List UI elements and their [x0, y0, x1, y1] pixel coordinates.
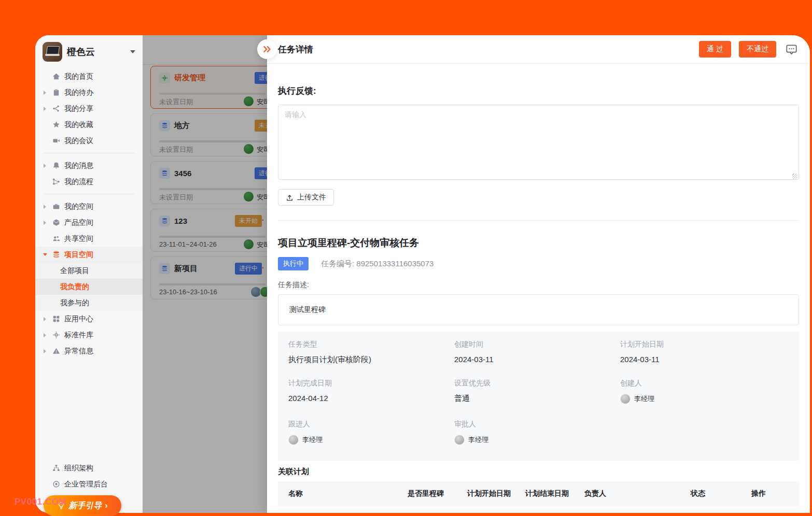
upload-file-button[interactable]: 上传文件 [278, 189, 334, 206]
flow-icon [52, 178, 60, 186]
sidebar-item-favorites[interactable]: 我的收藏 [35, 117, 143, 133]
sidebar-item-meetings[interactable]: 我的会议 [35, 133, 143, 149]
field-created-time: 创建时间2024-03-11 [454, 340, 620, 365]
meeting-icon [52, 137, 60, 145]
field-follower: 跟进人 李经理 [288, 420, 454, 447]
chevron-down-icon [43, 253, 47, 256]
parts-icon [52, 331, 60, 339]
field-task-type: 任务类型执行项目计划(审核阶段) [288, 340, 454, 365]
related-plans-title: 关联计划 [278, 467, 799, 477]
chevron-right-icon [44, 221, 46, 225]
workspace-switcher[interactable]: 橙色云 [35, 35, 143, 68]
sidebar-item-my-space[interactable]: 我的空间 [35, 198, 143, 214]
lightbulb-icon [57, 501, 65, 510]
sidebar-item-my-participated[interactable]: 我参与的 [35, 295, 143, 311]
task-description-value: 测试里程碑 [278, 294, 799, 325]
chevron-down-icon [130, 50, 135, 53]
avatar [454, 435, 465, 445]
todo-icon [52, 89, 60, 97]
table-row: 测试里程碑 是 2024-03-11 2024-04-12 HFD 曹 执行中 … [278, 506, 799, 513]
sidebar-item-share[interactable]: 我的分享 [35, 101, 143, 117]
upload-icon [286, 194, 293, 202]
chevron-right-icon [44, 205, 46, 209]
product-icon [52, 219, 60, 227]
project-icon [52, 251, 60, 259]
divider [278, 220, 799, 221]
sidebar: 橙色云 我的首页 我的待办 我的分享 我的收藏 我的会议 [35, 35, 143, 513]
field-approver: 审批人 李经理 [454, 420, 620, 447]
org-icon [52, 464, 60, 472]
admin-icon [52, 480, 60, 489]
resize-handle[interactable] [792, 174, 797, 179]
divider [43, 194, 135, 194]
sidebar-item-all-projects[interactable]: 全部项目 [35, 263, 143, 279]
sidebar-item-messages[interactable]: 我的消息 [35, 157, 143, 174]
workspace-logo [43, 42, 62, 62]
sidebar-item-app-center[interactable]: 应用中心 [35, 311, 143, 327]
apps-icon [52, 315, 60, 323]
sidebar-item-workflows[interactable]: 我的流程 [35, 174, 143, 190]
sidebar-item-exception-info[interactable]: 异常信息 [35, 343, 143, 359]
field-priority: 设置优先级普通 [454, 379, 620, 406]
chevron-right-icon [44, 91, 46, 95]
task-status-badge: 执行中 [278, 257, 309, 270]
home-icon [52, 73, 60, 81]
sidebar-item-enterprise-admin[interactable]: 企业管理后台 [35, 476, 143, 492]
table-header-row: 名称 是否里程碑 计划开始日期 计划结束日期 负责人 状态 操作 [278, 481, 799, 506]
sidebar-item-my-responsible[interactable]: 我负责的 [35, 279, 143, 295]
feedback-textarea[interactable] [278, 105, 799, 180]
sidebar-item-product-space[interactable]: 产品空间 [35, 214, 143, 231]
drawer-title: 任务详情 [278, 44, 691, 55]
avatar [620, 394, 631, 404]
reject-button[interactable]: 不通过 [739, 41, 776, 58]
approve-button[interactable]: 通 过 [699, 41, 731, 58]
avatar [288, 435, 299, 445]
chat-icon [786, 44, 797, 55]
sidebar-item-org-structure[interactable]: 组织架构 [35, 460, 143, 476]
task-title: 项目立项里程碑-交付物审核任务 [278, 236, 799, 250]
chevron-right-icon [44, 349, 46, 353]
workspace-title: 橙色云 [67, 46, 125, 58]
field-plan-finish: 计划完成日期2024-04-12 [288, 379, 454, 406]
sidebar-footer: 组织架构 企业管理后台 [35, 460, 143, 492]
drawer-content: 执行反馈: 上传文件 项目立项里程碑-交付物审核任务 执行中 任务编号: 892… [267, 64, 810, 513]
collapse-drawer-button[interactable] [257, 39, 277, 59]
related-plans-table: 名称 是否里程碑 计划开始日期 计划结束日期 负责人 状态 操作 测试里程碑 是… [278, 481, 799, 513]
chevron-right-icon [44, 107, 46, 111]
field-plan-start: 计划开始日期2024-03-11 [620, 340, 789, 365]
field-creator: 创建人 李经理 [620, 379, 789, 406]
warning-icon [52, 347, 60, 355]
chevron-right-icon [44, 317, 46, 321]
sidebar-item-home[interactable]: 我的首页 [35, 68, 143, 84]
sidebar-item-project-space[interactable]: 项目空间 [35, 247, 143, 263]
sidebar-item-todo[interactable]: 我的待办 [35, 84, 143, 101]
task-description-label: 任务描述: [278, 280, 799, 290]
app-window: 橙色云 我的首页 我的待办 我的分享 我的收藏 我的会议 [35, 35, 810, 513]
task-detail-drawer: 任务详情 通 过 不通过 执行反馈: 上传文件 项目立项里程碑-交付物审核任务 … [267, 35, 810, 513]
myspace-icon [52, 203, 60, 211]
chevron-right-icon [44, 333, 46, 337]
comments-button[interactable] [786, 44, 797, 55]
bell-icon [52, 162, 60, 170]
drawer-header: 任务详情 通 过 不通过 [267, 35, 810, 64]
double-chevron-right-icon [262, 45, 272, 54]
newbie-guide-button[interactable]: 新手引导 › [44, 495, 121, 516]
task-number: 任务编号: 892501333116035073 [321, 259, 433, 269]
sidebar-item-shared-space[interactable]: 共享空间 [35, 231, 143, 247]
chevron-right-icon [44, 164, 46, 168]
share-icon [52, 105, 60, 113]
sidebar-item-standard-parts[interactable]: 标准件库 [35, 327, 143, 343]
star-icon [52, 121, 60, 129]
feedback-section-title: 执行反馈: [278, 85, 799, 97]
task-info-grid: 任务类型执行项目计划(审核阶段) 创建时间2024-03-11 计划开始日期20… [278, 332, 799, 461]
overlay-mask[interactable] [143, 35, 267, 513]
divider [43, 153, 135, 153]
shared-icon [52, 235, 60, 243]
